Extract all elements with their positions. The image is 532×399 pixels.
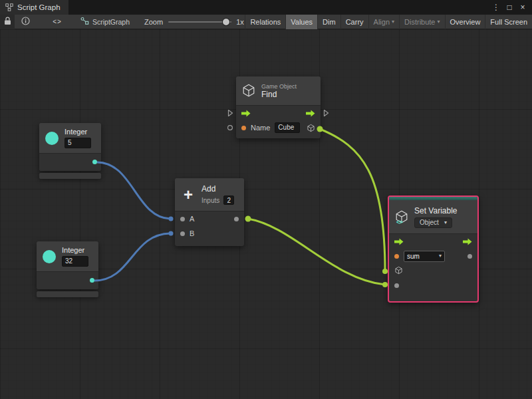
integer-output-port[interactable]	[90, 278, 94, 283]
lock-button[interactable]	[0, 15, 15, 29]
node-integer-32[interactable]: Integer 32	[37, 241, 98, 297]
chevron-down-icon: ▾	[438, 19, 440, 25]
graph-asset-name: ScriptGraph	[92, 18, 130, 26]
titlebar: Script Graph ⋮ □ ×	[0, 0, 532, 15]
graph-asset-icon	[80, 17, 89, 27]
info-icon	[21, 17, 30, 27]
flow-in-arrow-icon[interactable]	[241, 110, 251, 117]
script-graph-icon	[5, 3, 13, 11]
relations-button[interactable]: Relations	[245, 15, 285, 29]
integer-type-icon	[45, 132, 59, 145]
node-title: Integer	[65, 128, 91, 136]
node-category: Game Object	[261, 83, 297, 90]
node-gameobject-find[interactable]: Game Object Find Na	[236, 76, 321, 138]
zoom-slider-handle[interactable]	[223, 19, 229, 25]
wire-endpoint	[382, 282, 388, 287]
chevron-down-icon: ▾	[392, 19, 394, 25]
wire-endpoint	[169, 217, 174, 221]
variable-scope-dropdown[interactable]: Object ▾	[414, 217, 452, 228]
tab-title: Script Graph	[17, 3, 61, 11]
value-output-port[interactable]	[467, 254, 472, 259]
values-button[interactable]: Values	[285, 15, 317, 29]
flow-out-external-port[interactable]	[323, 109, 329, 117]
integer-value-field[interactable]: 32	[62, 256, 88, 267]
align-button[interactable]: Align▾	[368, 15, 399, 29]
add-icon: +	[180, 187, 196, 203]
integer-type-icon	[43, 250, 56, 263]
window-menu-icon[interactable]: ⋮	[491, 3, 501, 12]
output-port-sum[interactable]	[234, 217, 239, 221]
input-port-b[interactable]	[180, 231, 185, 236]
node-title: Add	[201, 184, 234, 194]
window-controls: ⋮ □ ×	[491, 0, 532, 15]
wire-find-to-setvariable-object[interactable]	[320, 129, 385, 271]
chevron-down-icon: ▾	[439, 253, 442, 259]
node-title: Integer	[62, 246, 88, 254]
flow-row	[236, 106, 321, 120]
zoom-slider-track	[168, 21, 231, 23]
wire-add-to-setvariable-value[interactable]	[248, 219, 385, 285]
gameobject-cube-icon	[241, 83, 256, 99]
node-title: Find	[261, 90, 297, 99]
graph-asset-chip[interactable]: ScriptGraph	[80, 17, 130, 27]
chevron-down-icon: ▾	[444, 220, 447, 225]
graph-toolbar: <> ScriptGraph Zoom 1x Relations Values …	[0, 15, 532, 29]
flow-row	[389, 234, 477, 249]
variable-name-row: sum ▾	[389, 249, 477, 263]
node-footer	[39, 173, 101, 179]
name-row: Name Cube	[236, 120, 321, 135]
gameobject-output-port[interactable]	[307, 124, 315, 132]
dim-button[interactable]: Dim	[317, 15, 340, 29]
object-input-port-cube-icon[interactable]	[394, 266, 403, 276]
distribute-button[interactable]: Distribute▾	[399, 15, 444, 29]
name-value-field[interactable]: Cube	[275, 122, 300, 133]
integer-value-field[interactable]: 5	[65, 138, 91, 148]
flow-in-arrow-icon[interactable]	[394, 238, 404, 245]
tab-script-graph[interactable]: Script Graph	[0, 0, 68, 15]
port-row-a: A	[175, 211, 244, 226]
zoom-slider[interactable]	[168, 15, 231, 29]
flow-out-arrow-icon[interactable]	[463, 238, 472, 245]
variable-name-dropdown[interactable]: sum ▾	[404, 251, 445, 262]
carry-button[interactable]: Carry	[340, 15, 368, 29]
zoom-value: 1x	[236, 18, 244, 26]
info-button[interactable]	[18, 15, 33, 29]
inputs-count-field[interactable]: 2	[223, 196, 234, 205]
value-input-port[interactable]	[394, 283, 399, 288]
close-icon[interactable]: ×	[517, 3, 528, 12]
set-variable-icon: <>	[394, 209, 409, 224]
toolbar-button-group: Relations Values Dim Carry Align▾ Distri…	[245, 15, 532, 29]
name-external-port[interactable]	[227, 124, 233, 131]
maximize-icon[interactable]: □	[504, 3, 515, 12]
inputs-label: Inputs	[201, 197, 219, 204]
code-icon: <>	[53, 18, 62, 25]
node-integer-5[interactable]: Integer 5	[39, 123, 101, 179]
input-port-a[interactable]	[180, 217, 185, 221]
unity-script-graph-window: Script Graph ⋮ □ × <>	[0, 0, 532, 399]
wire-integer32-to-add-b[interactable]	[94, 233, 171, 281]
code-view-button[interactable]: <>	[49, 15, 66, 29]
zoom-label: Zoom	[144, 18, 163, 26]
name-label: Name	[251, 124, 270, 132]
node-footer	[37, 291, 98, 297]
lock-icon	[4, 17, 11, 27]
object-input-row	[389, 263, 477, 278]
wire-integer5-to-add-a[interactable]	[97, 162, 171, 219]
integer-output-port[interactable]	[92, 160, 97, 164]
node-title: Set Variable	[414, 206, 457, 215]
graph-canvas[interactable]: Integer 5 Integer 32	[0, 29, 532, 399]
flow-out-arrow-icon[interactable]	[306, 110, 315, 117]
overview-button[interactable]: Overview	[445, 15, 485, 29]
node-add[interactable]: + Add Inputs 2 A	[175, 178, 244, 246]
node-set-variable[interactable]: <> Set Variable Object ▾	[388, 196, 479, 303]
port-row-b: B	[175, 226, 244, 241]
variable-name-port[interactable]	[394, 254, 399, 259]
wire-endpoint	[382, 269, 388, 274]
wire-endpoint	[169, 231, 174, 236]
name-input-port[interactable]	[241, 126, 246, 130]
fullscreen-button[interactable]: Full Screen	[485, 15, 532, 29]
wire-endpoint	[245, 216, 251, 222]
flow-in-external-port[interactable]	[227, 109, 233, 117]
value-input-row	[389, 278, 477, 293]
